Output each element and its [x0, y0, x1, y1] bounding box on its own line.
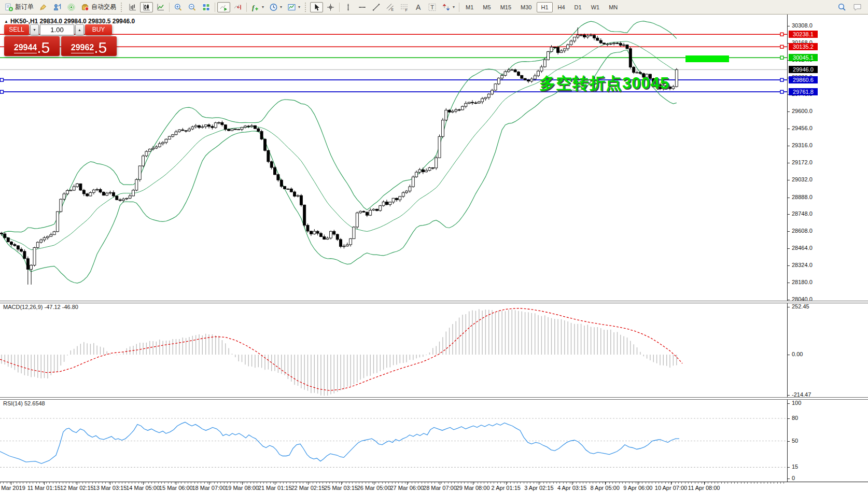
buy-button[interactable]: BUY [85, 24, 112, 35]
rsi-scale-label: 50 [792, 438, 798, 444]
time-axis-label: 25 Mar 03:15 [324, 485, 358, 491]
timeframe-m5-button[interactable]: M5 [479, 2, 495, 12]
time-axis[interactable]: 7 Mar 201911 Mar 01:1512 Mar 02:1513 Mar… [0, 482, 868, 492]
price-chart-canvas[interactable] [0, 15, 787, 301]
timeframe-m1-button[interactable]: M1 [461, 2, 478, 12]
svg-text:F: F [405, 8, 408, 11]
toolbar-separator [459, 3, 459, 12]
time-axis-label: 2 Apr 01:15 [492, 485, 521, 491]
timeframe-d1-button[interactable]: D1 [570, 2, 586, 12]
tick-mark [788, 146, 790, 146]
tick-mark [788, 129, 790, 129]
signal-icon [67, 3, 76, 11]
chat-button[interactable] [851, 2, 865, 12]
volume-increase-button[interactable]: ▲ [75, 24, 84, 35]
horizontal-line-tool-button[interactable] [356, 2, 369, 12]
signals-button[interactable] [65, 2, 78, 12]
dropdown-caret-icon[interactable]: ▾ [298, 5, 300, 9]
crosshair-tool-button[interactable] [324, 2, 337, 12]
dropdown-caret-icon[interactable]: ▾ [453, 5, 455, 9]
time-axis-label: 26 Mar 05:00 [357, 485, 391, 491]
candlestick-mode-button[interactable] [140, 2, 153, 12]
algo-trading-button[interactable]: 自动交易 [79, 2, 118, 12]
vertical-line-tool-button[interactable] [342, 2, 355, 12]
trendline-tool-button[interactable] [370, 2, 383, 12]
time-axis-label: 4 Apr 03:15 [557, 485, 586, 491]
vline-icon [344, 3, 353, 11]
chart-shift-button[interactable] [231, 2, 244, 12]
fibonacci-tool-button[interactable]: F [398, 2, 411, 12]
rsi-panel-canvas[interactable] [0, 399, 787, 482]
price-line-label[interactable]: 30238.1 [789, 31, 818, 38]
template-icon [287, 3, 296, 11]
annotation-text[interactable]: 多空转折点30045 [539, 73, 669, 94]
timeframe-h1-button[interactable]: H1 [537, 2, 552, 12]
highlight-rectangle[interactable] [685, 55, 729, 62]
rsi-scale-label: 100 [792, 400, 801, 406]
price-line-label[interactable]: 29761.8 [789, 88, 818, 95]
time-axis-label: 9 Apr 06:00 [623, 485, 652, 491]
time-axis-minor-ticks [0, 482, 787, 484]
templates-button[interactable]: ▾ [285, 2, 302, 12]
text-tool-button[interactable]: A [412, 2, 425, 12]
price-tick-label: 28180.0 [792, 279, 813, 285]
timeframe-m15-button[interactable]: M15 [496, 2, 515, 12]
price-tick-label: 28464.0 [792, 245, 813, 251]
channel-tool-button[interactable]: E [384, 2, 397, 12]
zoom-out-button[interactable] [186, 2, 199, 12]
arrows-tool-button[interactable]: ▾ [440, 2, 457, 12]
panel-separator[interactable] [0, 397, 868, 400]
tick-mark [788, 479, 790, 479]
dropdown-caret-icon[interactable]: ▾ [280, 5, 282, 9]
buy-price-button[interactable]: 29962.5 [61, 36, 117, 56]
buy-price-int: 29962 [71, 43, 94, 53]
timeframe-h4-button[interactable]: H4 [554, 2, 569, 12]
periods-button[interactable]: ▾ [267, 2, 284, 12]
time-axis-label: 28 Mar 07:00 [423, 485, 457, 491]
new-chart-button[interactable] [37, 2, 50, 12]
sell-price-button[interactable]: 29944.5 [4, 36, 60, 56]
zoom-in-button[interactable] [172, 2, 185, 12]
toolbar-separator [305, 3, 307, 12]
tick-mark [788, 231, 790, 232]
market-watch-button[interactable] [51, 2, 64, 12]
tick-mark [788, 467, 790, 468]
timeframe-w1-button[interactable]: W1 [587, 2, 604, 12]
volume-input[interactable] [40, 24, 74, 35]
search-button[interactable] [835, 2, 850, 12]
collapse-triangle-icon[interactable]: ▲ [4, 19, 8, 24]
tick-mark [788, 214, 790, 215]
price-line-label[interactable]: 29860.6 [789, 76, 818, 83]
time-axis-label: 27 Mar 06:00 [390, 485, 424, 491]
auto-scroll-button[interactable] [217, 2, 230, 12]
macd-panel-canvas[interactable] [0, 302, 787, 397]
svg-text:E: E [391, 7, 394, 11]
new-order-button[interactable]: 新订单 [3, 2, 36, 12]
chart-workspace: ▲HK50-,H1 29834.0 29984.0 29830.5 29946.… [0, 15, 868, 492]
sell-button[interactable]: SELL [4, 24, 29, 35]
algo-trading-button-label: 自动交易 [91, 3, 116, 11]
timeframe-m30-button[interactable]: M30 [516, 2, 536, 12]
channel-icon: E [386, 3, 395, 11]
price-line-label[interactable]: 30135.2 [789, 43, 818, 50]
time-axis-label: 15 Mar 06:00 [159, 485, 193, 491]
line-chart-mode-button[interactable] [154, 2, 167, 12]
autotrade-icon [81, 3, 90, 11]
indicators-button[interactable]: f▾ [249, 2, 266, 12]
volume-decrease-button[interactable]: ▼ [30, 24, 39, 35]
tline-icon [372, 3, 381, 11]
zoomout-icon [188, 3, 197, 11]
current-price-label[interactable]: 29946.0 [789, 66, 818, 73]
timeframe-mn-button[interactable]: MN [605, 2, 622, 12]
price-line-label[interactable]: 30045.1 [789, 54, 818, 61]
tile-windows-button[interactable] [200, 2, 213, 12]
panel-separator[interactable] [0, 301, 868, 303]
tick-mark [788, 283, 790, 283]
bar-chart-mode-button[interactable] [126, 2, 139, 12]
cursor-tool-button[interactable] [310, 2, 323, 12]
dropdown-caret-icon[interactable]: ▾ [262, 5, 264, 9]
price-axis[interactable]: 30308.030168.030024.029880.029740.029600… [787, 15, 868, 482]
price-tick-label: 29316.0 [792, 142, 813, 148]
time-axis-label: 10 Apr 07:00 [655, 485, 687, 491]
label-tool-button[interactable]: T [426, 2, 439, 12]
